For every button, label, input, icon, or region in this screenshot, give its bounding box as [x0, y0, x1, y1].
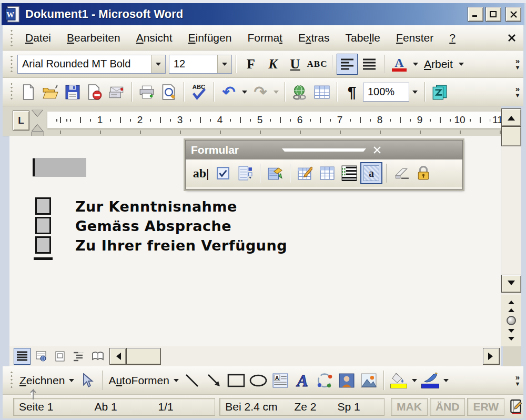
font-size-dropdown-icon[interactable]	[217, 55, 231, 73]
autoshapes-dropdown-icon[interactable]	[172, 370, 180, 391]
menu-drag-handle[interactable]	[10, 29, 13, 46]
open-folder-icon[interactable]	[40, 82, 61, 103]
work-menu[interactable]: Arbeit	[421, 58, 456, 71]
text-form-field-button[interactable]: ab|	[190, 162, 212, 184]
normal-view-button[interactable]	[14, 348, 31, 365]
form-field-options-button[interactable]	[264, 162, 286, 184]
insert-picture-icon[interactable]	[358, 370, 379, 391]
toolbar-options-chevron-icon[interactable]: »▼	[512, 58, 523, 71]
print-preview-icon[interactable]	[158, 82, 179, 103]
spelling-icon[interactable]: ABC	[188, 82, 209, 103]
font-name-dropdown-icon[interactable]	[151, 55, 165, 73]
spelling-status-icon[interactable]	[509, 399, 523, 415]
menu-einfuegen[interactable]: Einfügen	[180, 32, 240, 44]
tab-stop-selector[interactable]: L	[13, 111, 29, 131]
menu-format[interactable]: Format	[239, 32, 290, 44]
redo-dropdown-icon[interactable]	[272, 82, 280, 103]
text-box-icon[interactable]: A	[270, 370, 291, 391]
oval-tool-icon[interactable]	[248, 370, 269, 391]
rectangle-tool-icon[interactable]	[226, 370, 247, 391]
insert-table-icon[interactable]	[311, 82, 332, 103]
drawing-drag-handle[interactable]	[10, 371, 13, 390]
maximize-button[interactable]	[485, 7, 501, 22]
text-form-field[interactable]	[33, 158, 86, 177]
bold-button[interactable]: F	[240, 54, 261, 75]
menu-bearbeiten[interactable]: Bearbeiten	[59, 32, 128, 44]
status-track-changes-toggle[interactable]: ÄND	[430, 398, 466, 416]
checkbox-form-field[interactable]	[35, 197, 51, 215]
font-name-combo[interactable]: Arial Rounded MT Bold	[17, 55, 166, 74]
insert-frame-button[interactable]	[338, 162, 360, 184]
reading-layout-view-button[interactable]	[89, 348, 106, 365]
save-icon[interactable]	[62, 82, 83, 103]
vertical-scroll-thumb[interactable]	[501, 126, 521, 146]
wordart-icon[interactable]: A	[292, 370, 313, 391]
status-extend-selection-toggle[interactable]: ERW	[467, 398, 504, 416]
document-page[interactable]: Zur Kenntnisnahme Gemäss Absprache Zu Ih…	[9, 136, 501, 346]
scroll-left-button[interactable]	[109, 348, 126, 365]
status-macro-toggle[interactable]: MAK	[391, 398, 428, 416]
undo-icon[interactable]: ↶	[218, 82, 239, 103]
select-browse-object-button[interactable]	[507, 316, 516, 325]
title-bar[interactable]: W Dokument1 - Microsoft Word	[2, 3, 524, 25]
select-objects-icon[interactable]	[77, 370, 98, 391]
italic-button[interactable]: K	[262, 54, 284, 75]
draw-table-button[interactable]	[294, 162, 316, 184]
new-document-icon[interactable]	[18, 82, 39, 103]
indent-markers[interactable]	[32, 109, 44, 134]
line-color-dropdown-icon[interactable]	[442, 370, 450, 391]
minimize-button[interactable]	[468, 7, 483, 22]
justify-button[interactable]	[359, 54, 380, 75]
checkbox-form-field[interactable]	[35, 236, 51, 254]
scroll-right-button[interactable]	[483, 348, 500, 365]
document-close-icon[interactable]	[508, 34, 516, 42]
reset-form-fields-button[interactable]	[390, 162, 412, 184]
previous-page-button[interactable]	[508, 297, 514, 313]
font-color-button[interactable]: A	[389, 54, 410, 75]
toolbar-options-chevron-icon[interactable]: »▼	[512, 86, 523, 98]
permission-icon[interactable]	[84, 82, 105, 103]
small-caps-button[interactable]: ABC	[307, 54, 328, 75]
hanging-indent-marker[interactable]	[32, 119, 43, 132]
formatting-drag-handle[interactable]	[10, 55, 13, 74]
font-size-combo[interactable]: 12	[169, 55, 232, 74]
draw-menu[interactable]: Zeichnen	[17, 374, 67, 387]
draw-menu-dropdown-icon[interactable]	[67, 370, 76, 391]
checkbox-form-field-button[interactable]	[212, 162, 234, 184]
formular-dropdown-icon[interactable]	[282, 146, 366, 154]
formular-title-bar[interactable]: Formular	[186, 141, 462, 159]
toolbar-options-chevron-icon[interactable]: »▼	[512, 374, 523, 387]
menu-hilfe[interactable]: ?	[441, 32, 463, 44]
protect-form-button[interactable]	[412, 162, 434, 184]
redo-icon-disabled[interactable]: ↷	[250, 82, 271, 103]
menu-fenster[interactable]: Fenster	[388, 32, 441, 44]
zoom-dropdown-icon[interactable]	[410, 82, 420, 103]
formular-close-icon[interactable]	[373, 146, 457, 154]
underline-button[interactable]: U	[285, 54, 306, 75]
fill-color-dropdown-icon[interactable]	[410, 370, 419, 391]
scroll-down-button[interactable]	[501, 275, 521, 293]
scroll-up-button[interactable]	[501, 108, 521, 126]
show-paragraph-marks-button[interactable]: ¶	[341, 82, 362, 103]
web-layout-view-button[interactable]	[33, 348, 49, 365]
undo-dropdown-icon[interactable]	[240, 82, 249, 103]
form-field-shading-button[interactable]: a	[360, 162, 382, 184]
email-icon[interactable]	[106, 82, 127, 103]
standard-drag-handle[interactable]	[10, 82, 13, 102]
outline-view-button[interactable]	[70, 348, 87, 365]
menu-extras[interactable]: Extras	[290, 32, 338, 44]
insert-hyperlink-icon[interactable]	[289, 82, 310, 103]
line-tool-icon[interactable]	[181, 370, 203, 391]
arrow-tool-icon[interactable]	[204, 370, 225, 391]
autoshapes-menu[interactable]: AutoFormen	[106, 374, 171, 387]
diagram-icon[interactable]	[314, 370, 335, 391]
work-menu-dropdown-icon[interactable]	[457, 54, 466, 75]
print-layout-view-button[interactable]	[52, 348, 68, 365]
zoom-combo[interactable]: 100%	[363, 83, 409, 102]
formular-toolbar-window[interactable]: Formular ab| a	[185, 140, 463, 189]
insert-table-button[interactable]	[316, 162, 338, 184]
fill-color-button[interactable]	[388, 370, 409, 391]
horizontal-ruler[interactable]: 1 2 3 4 5 6 7 8 9 10 11	[47, 112, 501, 128]
edit-document-icon[interactable]	[429, 82, 450, 103]
checkbox-form-field[interactable]	[35, 217, 51, 234]
